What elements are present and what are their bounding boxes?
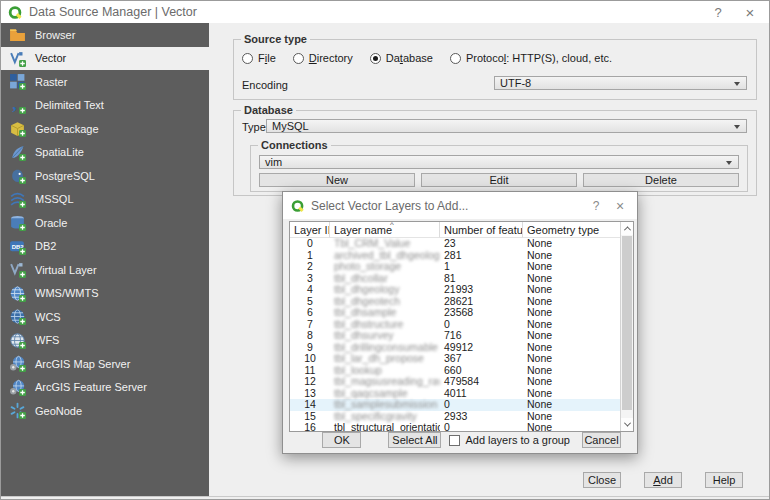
table-row[interactable]: 0 Tbl_CRM_Value 23 None <box>290 238 620 250</box>
radio-icon[interactable] <box>242 53 253 64</box>
connection-button[interactable]: New <box>259 173 415 187</box>
sidebar-item-wfs[interactable]: WFS <box>1 329 209 353</box>
scrollbar-thumb[interactable] <box>622 236 632 410</box>
ok-button[interactable]: OK <box>322 432 361 448</box>
table-row[interactable]: 8 tbl_dhsurvey 716 None <box>290 330 620 342</box>
add-layers-to-group-checkbox-row[interactable]: Add layers to a group <box>449 434 570 446</box>
sidebar-item-delimited-text[interactable]: , Delimited Text <box>1 94 209 118</box>
cell-layer-id: 15 <box>290 411 330 423</box>
cell-layer-name: Tbl_CRM_Value <box>330 238 440 250</box>
cell-geometry-type: None <box>523 250 620 262</box>
table-row[interactable]: 15 tbl_specificgravity 2933 None <box>290 411 620 423</box>
window-titlebar[interactable]: Data Source Manager | Vector ? × <box>1 1 769 23</box>
connection-button[interactable]: Edit <box>421 173 577 187</box>
sidebar-item-raster[interactable]: Raster <box>1 70 209 94</box>
connection-button[interactable]: Delete <box>583 173 739 187</box>
window-help-button[interactable]: ? <box>703 1 733 23</box>
modal-titlebar[interactable]: Select Vector Layers to Add... ? × <box>283 192 637 219</box>
table-row[interactable]: 6 tbl_dhsample 23568 None <box>290 307 620 319</box>
cell-geometry-type: None <box>523 388 620 400</box>
table-row[interactable]: 12 tbl_magsusreading_rawdata 479584 None <box>290 376 620 388</box>
sidebar-item-vector[interactable]: Vector <box>1 47 209 71</box>
select-all-button[interactable]: Select All <box>388 432 441 448</box>
table-row[interactable]: 7 tbl_dhstructure 0 None <box>290 319 620 331</box>
source-type-group-label: Source type <box>241 33 310 45</box>
cell-number-of-features: 2933 <box>440 411 523 423</box>
table-row[interactable]: 14 tbl_samplesubmission 0 None <box>290 399 620 411</box>
sidebar-item-wcs[interactable]: WCS <box>1 305 209 329</box>
sidebar-item-geopackage[interactable]: GeoPackage <box>1 117 209 141</box>
cell-number-of-features: 0 <box>440 422 523 431</box>
table-row[interactable]: 2 photo_storage 1 None <box>290 261 620 273</box>
table-row[interactable]: 11 tbl_lookup 660 None <box>290 365 620 377</box>
sidebar-item-spatialite[interactable]: SpatiaLite <box>1 141 209 165</box>
source-type-radio-group: File Directory Database Protocol <box>242 52 750 64</box>
sidebar-item-virtual-layer[interactable]: Virtual Layer <box>1 258 209 282</box>
radio-icon[interactable] <box>370 53 381 64</box>
modal-help-button[interactable]: ? <box>583 192 609 219</box>
cell-layer-id: 10 <box>290 353 330 365</box>
cell-layer-name: tbl_dhcollar <box>330 273 440 285</box>
cell-number-of-features: 281 <box>440 250 523 262</box>
footer-button[interactable]: Close <box>583 472 621 488</box>
sidebar-item-arcgis-map-server[interactable]: ArcGIS Map Server <box>1 352 209 376</box>
cancel-button[interactable]: Cancel <box>582 432 621 448</box>
column-header-layer-id[interactable]: Layer ID <box>290 222 330 238</box>
cell-number-of-features: 21993 <box>440 284 523 296</box>
sidebar-item-mssql[interactable]: MSSQL <box>1 188 209 212</box>
sidebar-item-postgresql[interactable]: PostgreSQL <box>1 164 209 188</box>
sidebar-item-wms-wmts[interactable]: WMS/WMTS <box>1 282 209 306</box>
table-row[interactable]: 13 tbl_qaqcsample 4011 None <box>290 388 620 400</box>
table-row[interactable]: 4 tbl_dhgeology 21993 None <box>290 284 620 296</box>
sidebar-item-arcgis-feature-server[interactable]: ArcGIS Feature Server <box>1 376 209 400</box>
window-title: Data Source Manager | Vector <box>29 5 197 19</box>
footer-button[interactable]: Help <box>705 472 743 488</box>
column-header-layer-name[interactable]: Layer name^ <box>330 222 440 238</box>
sidebar-item-geonode[interactable]: GeoNode <box>1 399 209 423</box>
cell-layer-id: 0 <box>290 238 330 250</box>
table-row[interactable]: 3 tbl_dhcollar 81 None <box>290 273 620 285</box>
database-type-dropdown[interactable]: MySQL <box>266 119 747 133</box>
cell-layer-id: 12 <box>290 376 330 388</box>
scroll-up-icon[interactable] <box>621 222 633 235</box>
qgis-logo-icon <box>291 199 305 213</box>
source-type-radio[interactable]: Directory <box>293 52 353 64</box>
elephant-icon <box>9 167 26 184</box>
radio-icon[interactable] <box>293 53 304 64</box>
table-row[interactable]: 5 tbl_dhgeotech 28621 None <box>290 296 620 308</box>
cell-layer-name: tbl_samplesubmission <box>330 399 440 411</box>
window-close-button[interactable]: × <box>735 1 765 23</box>
sidebar-item-label: GeoNode <box>35 405 82 417</box>
sidebar-item-oracle[interactable]: Oracle <box>1 211 209 235</box>
cell-layer-name: tbl_drillingconsumable <box>330 342 440 354</box>
encoding-row: Encoding UTF-8 <box>242 78 747 92</box>
column-header-number-of-features[interactable]: Number of features <box>440 222 523 238</box>
table-row[interactable]: 10 tbl_lar_dh_propose 367 None <box>290 353 620 365</box>
cell-layer-id: 5 <box>290 296 330 308</box>
virtual-layer-icon <box>9 261 26 278</box>
connection-dropdown[interactable]: vim <box>259 155 739 169</box>
cell-layer-name: tbl_dhgeology <box>330 284 440 296</box>
table-scrollbar[interactable] <box>620 222 633 431</box>
radio-icon[interactable] <box>450 53 461 64</box>
cell-layer-id: 6 <box>290 307 330 319</box>
source-type-radio[interactable]: Protocol: HTTP(S), cloud, etc. <box>450 52 612 64</box>
source-type-radio[interactable]: Database <box>370 52 433 64</box>
globe-gear-icon <box>9 379 26 396</box>
sidebar-item-browser[interactable]: Browser <box>1 23 209 47</box>
window-bottom-border <box>1 496 769 499</box>
column-header-geometry-type[interactable]: Geometry type <box>523 222 620 238</box>
footer-button[interactable]: Add <box>644 472 682 488</box>
source-type-radio[interactable]: File <box>242 52 276 64</box>
encoding-dropdown[interactable]: UTF-8 <box>494 76 747 90</box>
table-row[interactable]: 16 tbl_structural_orientation 0 None <box>290 422 620 431</box>
table-row[interactable]: 9 tbl_drillingconsumable 49912 None <box>290 342 620 354</box>
sidebar-item-db2[interactable]: DB2 DB2 <box>1 235 209 259</box>
connections-groupbox: Connections vim New Edit Delete <box>250 145 748 192</box>
table-row[interactable]: 1 archived_tbl_dhgeology 281 None <box>290 250 620 262</box>
encoding-value: UTF-8 <box>500 77 531 89</box>
scroll-down-icon[interactable] <box>621 418 633 431</box>
checkbox-icon[interactable] <box>449 435 460 446</box>
cell-geometry-type: None <box>523 376 620 388</box>
modal-close-button[interactable]: × <box>607 192 633 219</box>
